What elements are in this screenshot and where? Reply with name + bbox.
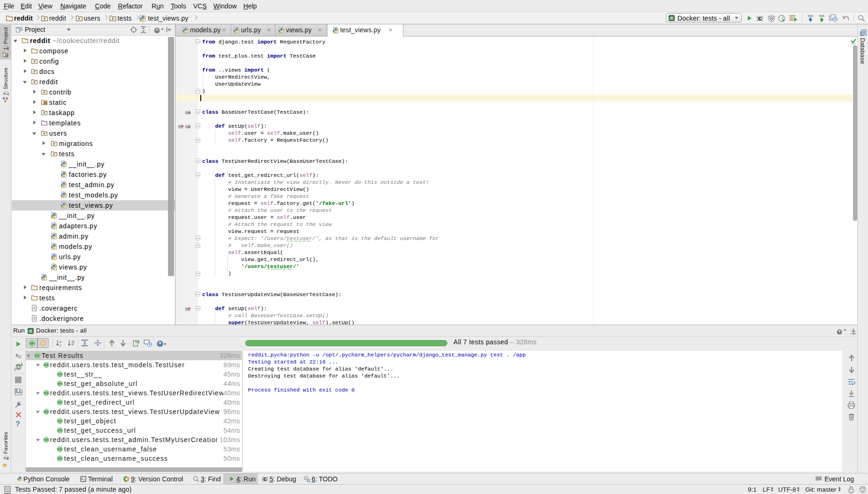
svg-text:z: z bbox=[59, 343, 61, 347]
svg-text:VCS: VCS bbox=[808, 15, 813, 17]
svg-text:VCS: VCS bbox=[819, 15, 824, 17]
